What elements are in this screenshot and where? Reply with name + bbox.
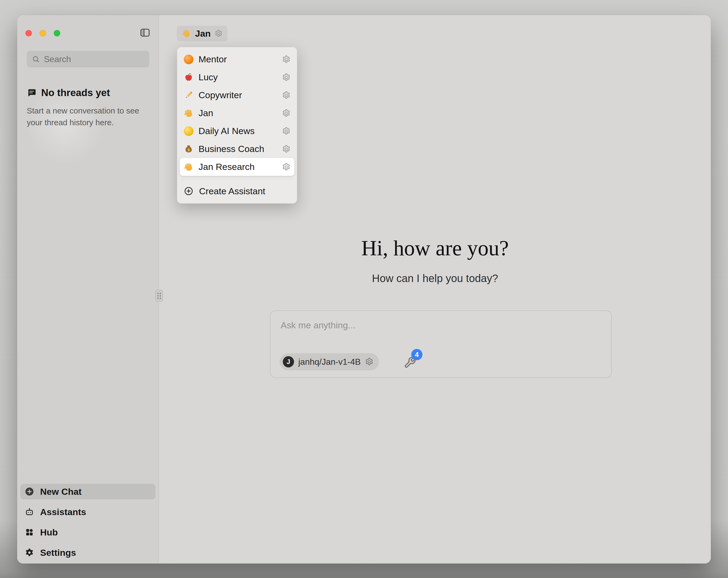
settings-label: Settings — [40, 548, 76, 558]
tools-count-badge: 4 — [411, 349, 422, 360]
search-input[interactable] — [44, 54, 156, 64]
waving-hand-icon — [182, 29, 191, 38]
app-window: No threads yet Start a new conversation … — [17, 15, 711, 563]
assistant-selector-button[interactable]: Jan — [177, 26, 228, 41]
assistant-menu-item-daily-ai-news[interactable]: Daily AI News — [180, 122, 294, 140]
assistant-item-label: Copywriter — [199, 90, 277, 100]
create-assistant-button[interactable]: Create Assistant — [180, 182, 294, 200]
hub-label: Hub — [40, 527, 58, 537]
assistant-menu-item-copywriter[interactable]: Copywriter — [180, 86, 294, 104]
model-avatar: J — [283, 356, 294, 368]
sidebar-nav: New Chat Assistants Hub Settings — [20, 484, 155, 560]
sidebar-toggle-button[interactable] — [138, 26, 152, 40]
model-name: janhq/Jan-v1-4B — [298, 357, 361, 367]
create-assistant-label: Create Assistant — [199, 186, 265, 196]
pencil-icon — [184, 90, 194, 100]
desktop: { "window": { "controls": { "close": "cl… — [0, 0, 728, 578]
sidebar-item-settings[interactable]: Settings — [20, 545, 155, 560]
current-assistant-name: Jan — [195, 28, 211, 39]
sidebar-toggle-icon — [139, 27, 151, 38]
empty-state-description: Start a new conversation to see your thr… — [27, 105, 142, 128]
greeting-subtitle: How can I help you today? — [159, 272, 711, 284]
main-area: Jan Mentor Lucy Copywriter Jan — [159, 15, 711, 563]
gear-icon[interactable] — [282, 91, 290, 100]
gear-icon[interactable] — [282, 73, 290, 82]
assistant-menu: Mentor Lucy Copywriter Jan Daily AI News — [177, 47, 297, 204]
gear-icon[interactable] — [282, 127, 290, 135]
assistant-settings-gear-icon[interactable] — [214, 29, 223, 37]
sidebar: No threads yet Start a new conversation … — [17, 15, 159, 563]
assistant-menu-item-lucy[interactable]: Lucy — [180, 68, 294, 86]
hub-grid-icon — [25, 527, 34, 537]
apple-icon — [184, 72, 194, 82]
assistant-item-label: Lucy — [199, 72, 277, 82]
settings-gear-icon — [25, 548, 34, 557]
empty-state: No threads yet Start a new conversation … — [27, 87, 142, 128]
sidebar-item-new-chat[interactable]: New Chat — [20, 484, 155, 499]
assistants-robot-icon — [25, 507, 34, 517]
gear-icon[interactable] — [282, 145, 290, 153]
money-bag-icon — [184, 144, 194, 154]
plus-circle-icon — [184, 186, 194, 196]
minimize-window-button[interactable] — [40, 30, 46, 36]
search-box[interactable] — [27, 51, 149, 68]
sidebar-item-hub[interactable]: Hub — [20, 525, 155, 540]
assistant-item-label: Mentor — [199, 54, 277, 65]
new-chat-label: New Chat — [40, 486, 82, 497]
waving-hand-icon — [184, 162, 194, 172]
assistant-menu-item-mentor[interactable]: Mentor — [180, 50, 294, 68]
chat-bubble-icon — [27, 88, 36, 98]
yellow-circle-icon — [184, 126, 194, 136]
close-window-button[interactable] — [25, 30, 32, 36]
waving-hand-icon — [184, 108, 194, 118]
sidebar-item-assistants[interactable]: Assistants — [20, 504, 155, 520]
assistant-item-label: Jan Research — [199, 161, 277, 172]
menu-divider — [181, 179, 293, 179]
sidebar-resize-handle[interactable] — [155, 290, 163, 302]
assistant-item-label: Business Coach — [199, 144, 277, 154]
greeting-title: Hi, how are you? — [159, 236, 711, 260]
chat-composer: J janhq/Jan-v1-4B 4 — [270, 310, 612, 378]
tools-button[interactable]: 4 — [404, 355, 418, 369]
grip-dots-icon — [157, 293, 161, 299]
chat-input[interactable] — [281, 320, 601, 339]
assistant-menu-item-jan-research[interactable]: Jan Research — [180, 158, 294, 176]
assistants-label: Assistants — [40, 507, 86, 517]
gear-icon[interactable] — [282, 55, 290, 64]
orange-circle-icon — [184, 54, 194, 65]
empty-state-title: No threads yet — [41, 87, 110, 99]
model-selector-button[interactable]: J janhq/Jan-v1-4B — [280, 353, 379, 370]
window-controls — [25, 30, 60, 36]
search-icon — [31, 55, 40, 64]
new-chat-plus-icon — [25, 487, 34, 496]
assistant-item-label: Jan — [199, 108, 277, 118]
zoom-window-button[interactable] — [54, 30, 60, 36]
assistant-menu-item-jan[interactable]: Jan — [180, 104, 294, 122]
assistant-menu-item-business-coach[interactable]: Business Coach — [180, 140, 294, 158]
model-settings-gear-icon[interactable] — [365, 357, 373, 366]
gear-icon[interactable] — [282, 109, 290, 118]
gear-icon[interactable] — [282, 163, 290, 171]
assistant-item-label: Daily AI News — [199, 126, 277, 136]
